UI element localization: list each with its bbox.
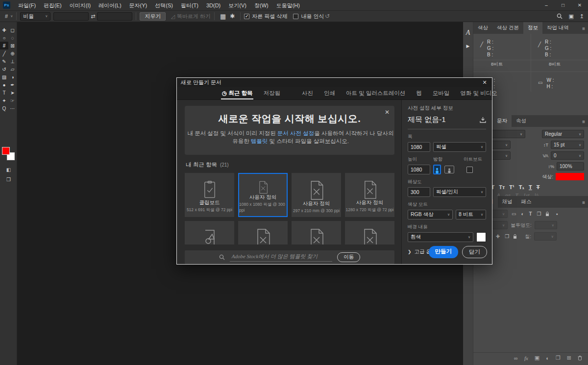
preset-card-custom[interactable]: 사용자 정의 1280 x 720 픽셀 @ 72 ppi [345, 173, 394, 217]
unit-dropdown[interactable]: 픽셀 ∨ [433, 142, 486, 152]
filter-smart-objects-icon[interactable] [545, 212, 549, 217]
window-minimize-button[interactable]: – [538, 0, 555, 11]
tab-web[interactable]: 웹 [416, 87, 422, 99]
menu-help[interactable]: 도움말(H) [272, 0, 304, 11]
type-tool[interactable]: T [0, 89, 8, 97]
dodge-tool[interactable]: ◑ [8, 73, 17, 81]
tab-color[interactable]: 색상 [473, 22, 492, 34]
preset-card-custom[interactable] [238, 221, 288, 244]
small-caps-button[interactable]: Tᴛ [499, 184, 505, 190]
quick-mask-icon[interactable]: ◧ [6, 167, 11, 172]
share-icon[interactable]: ↥ [580, 13, 584, 20]
tab-mobile[interactable]: 모바일 [433, 87, 450, 99]
menu-edit[interactable]: 편집(E) [40, 0, 66, 11]
screen-mode-icon[interactable]: ❐ [6, 177, 11, 182]
tab-art-illustration[interactable]: 아트 및 일러스트레이션 [346, 87, 405, 99]
crop-height-input[interactable] [97, 12, 132, 21]
menu-image[interactable]: 이미지(I) [66, 0, 95, 11]
layer-style-fx-icon[interactable]: fx [524, 355, 528, 361]
link-layers-icon[interactable]: ∞ [514, 355, 518, 361]
menu-file[interactable]: 파일(F) [14, 0, 40, 11]
tab-properties[interactable]: 속성 [512, 115, 531, 127]
quick-selection-tool[interactable]: ◌ [8, 34, 17, 42]
foreground-color-swatch[interactable] [2, 147, 10, 155]
font-size-dropdown[interactable]: 15 pt ∨ [551, 141, 584, 149]
delete-cropped-pixels-checkbox[interactable]: 자른 픽셀 삭제 [244, 13, 287, 20]
preset-card-custom[interactable]: 사용자 정의 297 x 210 mm @ 300 ppi [292, 173, 341, 217]
eraser-tool[interactable]: ▱ [8, 65, 17, 73]
document-presets-link[interactable]: 문서 사전 설정 [277, 130, 314, 136]
crop-settings-gear-icon[interactable]: ✱ [228, 13, 237, 20]
blur-tool[interactable]: ● [0, 81, 8, 89]
layer-mask-icon[interactable]: ▣ [535, 355, 539, 361]
eyedropper-tool[interactable]: ╱ [0, 49, 8, 57]
preset-card-shapes[interactable] [185, 221, 234, 244]
panel-menu-icon[interactable]: ≡ [582, 119, 588, 127]
orientation-landscape-button[interactable] [444, 166, 454, 173]
reset-icon[interactable]: ↺ [325, 13, 330, 20]
tracking-dropdown[interactable]: 0 ∨ [551, 151, 584, 160]
dialog-close-icon[interactable]: ✕ [477, 79, 492, 86]
tab-saved[interactable]: 저장됨 [263, 87, 280, 99]
panel-menu-icon[interactable]: ≡ [582, 200, 588, 208]
artboard-checkbox[interactable] [466, 167, 473, 173]
window-close-button[interactable]: ✕ [571, 0, 588, 11]
preset-card-custom[interactable] [292, 221, 341, 244]
menu-type[interactable]: 문자(Y) [125, 0, 151, 11]
frame-tool[interactable]: ⊠ [8, 42, 17, 49]
brush-tool[interactable]: ✎ [0, 57, 8, 65]
tab-paths[interactable]: 패스 [517, 196, 536, 208]
tab-history[interactable]: 작업 내역 [542, 22, 573, 34]
tab-channels[interactable]: 채널 [498, 196, 517, 208]
filter-type-layers-icon[interactable]: T [528, 211, 533, 217]
pen-tool[interactable]: ✒ [8, 81, 17, 89]
height-input[interactable]: 1080 [408, 165, 430, 174]
go-button[interactable]: 이동 [337, 252, 360, 262]
underline-button[interactable]: T [529, 184, 532, 190]
lasso-tool[interactable]: ○ [0, 34, 8, 42]
tab-recent[interactable]: ◷ 최근 항목 [222, 87, 252, 99]
close-button[interactable]: 닫기 [462, 246, 487, 258]
actions-panel-icon[interactable]: ▶ [466, 44, 470, 49]
save-preset-icon[interactable] [480, 117, 486, 123]
tab-character[interactable]: 문자 [492, 115, 512, 127]
filter-shape-layers-icon[interactable]: ❐ [536, 211, 542, 217]
width-input[interactable]: 1080 [408, 142, 430, 152]
info-bitdepth-right[interactable]: 8비트 [531, 60, 588, 72]
new-group-icon[interactable]: ❐ [556, 355, 561, 361]
menu-filter[interactable]: 필터(T) [177, 0, 202, 11]
banner-close-icon[interactable]: ✕ [385, 109, 390, 116]
filter-pixel-layers-icon[interactable]: ▭ [511, 211, 517, 217]
menu-select[interactable]: 선택(S) [151, 0, 177, 11]
crop-tool-icon[interactable]: # [3, 13, 10, 19]
tab-print[interactable]: 인쇄 [324, 87, 335, 99]
swap-dimensions-icon[interactable]: ⇄ [89, 13, 97, 20]
superscript-button[interactable]: T¹ [509, 184, 514, 190]
history-brush-tool[interactable]: ↺ [0, 65, 8, 73]
search-icon[interactable] [557, 13, 563, 19]
orientation-portrait-button[interactable] [433, 165, 441, 174]
preset-card-custom[interactable] [345, 221, 394, 244]
panel-menu-icon[interactable]: ≡ [582, 26, 588, 34]
zoom-tool[interactable]: Q [0, 104, 8, 112]
move-tool[interactable]: ✚ [0, 26, 8, 34]
crop-overlay-icon[interactable]: ▦ [218, 13, 228, 20]
preset-card-custom-selected[interactable]: 사용자 정의 1080 x 1080 픽셀 @ 300 ppi [238, 173, 288, 217]
crop-tool[interactable]: # [0, 42, 8, 49]
font-style-dropdown[interactable]: Regular ∨ [542, 130, 584, 138]
clone-stamp-tool[interactable]: ⊥ [8, 57, 17, 65]
filter-adjustment-layers-icon[interactable]: ◐ [520, 211, 525, 217]
vertical-scale-input[interactable]: 100% [557, 162, 584, 170]
crop-preset-dropdown[interactable]: 비율 ∨ [20, 12, 50, 21]
path-selection-tool[interactable]: ➤ [8, 89, 17, 97]
adjustment-layer-icon[interactable]: ◐ [546, 355, 549, 361]
glyphs-panel-icon[interactable]: A [466, 29, 470, 37]
delete-layer-icon[interactable] [578, 355, 582, 361]
marquee-tool[interactable]: ◻ [8, 26, 17, 34]
shape-tool[interactable]: ✦ [0, 97, 8, 104]
resolution-unit-dropdown[interactable]: 픽셀/인치 ∨ [433, 187, 486, 197]
strikethrough-button[interactable]: T [537, 184, 540, 190]
tab-info[interactable]: 정보 [523, 22, 542, 34]
menu-window[interactable]: 창(W) [250, 0, 272, 11]
tab-swatches[interactable]: 색상 견본 [492, 22, 523, 34]
